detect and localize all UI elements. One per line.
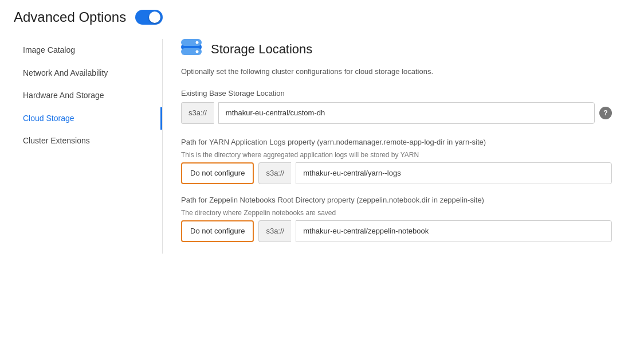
svg-rect-2 bbox=[181, 48, 202, 55]
sidebar-item-image-catalog[interactable]: Image Catalog bbox=[14, 39, 162, 62]
section-header: Storage Locations bbox=[181, 39, 612, 59]
toggle-thumb bbox=[149, 11, 160, 23]
section-title: Storage Locations bbox=[211, 42, 312, 57]
yarn-logs-input[interactable] bbox=[296, 162, 612, 184]
section-description: Optionally set the following cluster con… bbox=[181, 66, 612, 77]
yarn-logs-sublabel: This is the directory where aggregated a… bbox=[181, 151, 612, 159]
yarn-logs-input-row: Do not configure s3a:// bbox=[181, 162, 612, 184]
zeppelin-notebooks-group: Path for Zeppelin Notebooks Root Directo… bbox=[181, 196, 612, 242]
zeppelin-notebooks-label: Path for Zeppelin Notebooks Root Directo… bbox=[181, 196, 612, 204]
base-storage-prefix: s3a:// bbox=[181, 102, 214, 124]
sidebar-item-cloud-storage[interactable]: Cloud Storage bbox=[14, 107, 162, 130]
zeppelin-label-group: Path for Zeppelin Notebooks Root Directo… bbox=[181, 196, 612, 217]
sidebar-item-cluster-extensions[interactable]: Cluster Extensions bbox=[14, 130, 162, 153]
base-storage-input-row: s3a:// ? bbox=[181, 102, 612, 124]
sidebar-item-network-and-availability[interactable]: Network And Availability bbox=[14, 62, 162, 85]
base-storage-input[interactable] bbox=[218, 102, 595, 124]
base-storage-label: Existing Base Storage Location bbox=[181, 89, 612, 98]
zeppelin-notebooks-sublabel: The directory where Zeppelin notebooks a… bbox=[181, 209, 612, 217]
svg-point-3 bbox=[196, 41, 199, 44]
main-layout: Image Catalog Network And Availability H… bbox=[14, 39, 630, 254]
page-title: Advanced Options bbox=[14, 9, 126, 25]
sidebar-item-hardware-and-storage[interactable]: Hardware And Storage bbox=[14, 84, 162, 107]
page-container: Advanced Options Image Catalog Network A… bbox=[0, 0, 644, 358]
base-storage-group: Existing Base Storage Location s3a:// ? bbox=[181, 89, 612, 124]
yarn-logs-group: Path for YARN Application Logs property … bbox=[181, 138, 612, 184]
header: Advanced Options bbox=[14, 9, 630, 25]
svg-rect-1 bbox=[181, 39, 202, 46]
storage-icon bbox=[181, 39, 202, 59]
sidebar: Image Catalog Network And Availability H… bbox=[14, 39, 163, 254]
yarn-logs-prefix: s3a:// bbox=[258, 162, 291, 184]
yarn-logs-label: Path for YARN Application Logs property … bbox=[181, 138, 612, 146]
zeppelin-notebooks-input[interactable] bbox=[296, 220, 612, 242]
zeppelin-notebooks-prefix: s3a:// bbox=[258, 220, 291, 242]
zeppelin-notebooks-input-row: Do not configure s3a:// bbox=[181, 220, 612, 242]
yarn-do-not-configure-button[interactable]: Do not configure bbox=[181, 162, 254, 184]
base-storage-help-icon[interactable]: ? bbox=[599, 107, 612, 119]
yarn-label-group: Path for YARN Application Logs property … bbox=[181, 138, 612, 159]
advanced-options-toggle[interactable] bbox=[135, 10, 163, 25]
content-area: Storage Locations Optionally set the fol… bbox=[163, 39, 630, 254]
svg-point-4 bbox=[196, 50, 199, 53]
zeppelin-do-not-configure-button[interactable]: Do not configure bbox=[181, 220, 254, 242]
